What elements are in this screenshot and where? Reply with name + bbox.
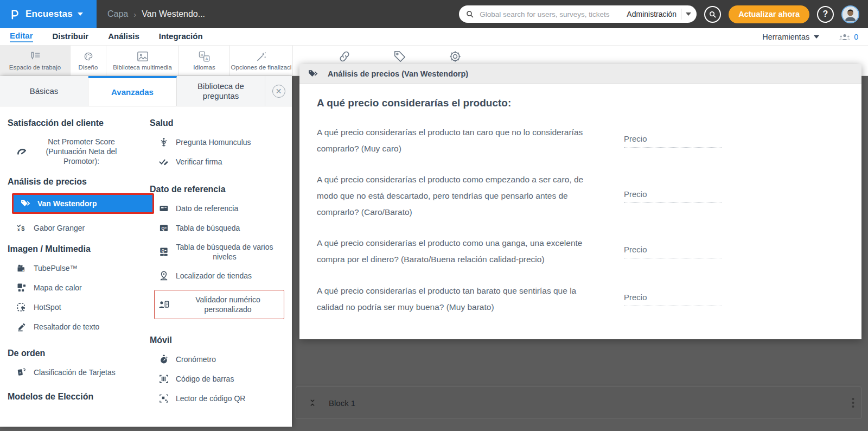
sidebar-item-validador-numerico[interactable]: Validador numérico personalizado (154, 290, 284, 319)
sidebar-item-dato-de-referencia[interactable]: Dato de referencia (158, 203, 292, 214)
tag-icon (20, 199, 31, 208)
product-name: Encuestas (25, 9, 73, 20)
sidebar-item-pregunta-homunculus[interactable]: Pregunta Homunculus (158, 137, 292, 148)
block-bar[interactable]: Block 1 (296, 386, 861, 419)
tag-icon (307, 69, 319, 79)
tab-avanzadas[interactable]: Avanzadas (88, 76, 177, 106)
tab-integracion[interactable]: Integración (159, 31, 203, 42)
sidebar-item-tubepulse[interactable]: ★ TubePulse™ (16, 263, 144, 274)
breadcrumb-current: Van Westendo... (142, 9, 205, 19)
collaborators-count: 0 (854, 33, 858, 41)
tag-icon[interactable] (393, 49, 407, 64)
search-input[interactable] (478, 10, 627, 19)
breadcrumb: Capa › Van Westendo... (107, 9, 205, 19)
question-text-muy-barato[interactable]: A qué precio considerarías el producto t… (317, 283, 591, 315)
block-name: Block 1 (329, 398, 355, 408)
translate-icon: жA (198, 51, 211, 62)
collaborators-button[interactable]: 0 (839, 33, 858, 41)
sidebar-item-clasificacion-tarjetas[interactable]: a Clasificación de Tarjetas (16, 367, 144, 378)
caduceus-icon (158, 137, 169, 148)
lookup-table-icon: Q (158, 223, 169, 233)
price-input-caro-barato[interactable] (624, 189, 722, 203)
question-row: A qué precio considerarías el producto t… (317, 283, 844, 315)
toolbar-tab-idiomas[interactable]: жA Idiomas (179, 46, 230, 75)
question-text-caro-barato[interactable]: A qué precio considerarías el producto c… (317, 172, 591, 220)
collapse-icon[interactable] (308, 397, 317, 408)
section-title: De orden (8, 348, 144, 358)
global-search[interactable]: Administración (459, 5, 697, 23)
palette-icon (82, 51, 94, 62)
sidebar-item-gabor-granger[interactable]: x$ Gabor Granger (16, 223, 144, 233)
price-check-icon: x$ (16, 223, 27, 233)
sidebar-item-tabla-busqueda-niveles[interactable]: Q Tabla de búsqueda de varios niveles (158, 242, 292, 262)
tab-biblioteca-preguntas[interactable]: Biblioteca de preguntas (177, 76, 265, 106)
breadcrumb-parent[interactable]: Capa (107, 9, 128, 19)
sidebar-item-lector-qr[interactable]: Lector de código QR (158, 393, 292, 404)
price-input-muy-caro[interactable] (624, 134, 722, 148)
signature-check-icon (158, 156, 169, 167)
svg-text:ж: ж (200, 52, 203, 57)
price-input-muy-barato[interactable] (624, 293, 722, 306)
toolbar-tab-opciones-finalizacion[interactable]: Opciones de finalizaci (230, 46, 293, 75)
top-header: Encuestas Capa › Van Westendo... Adminis… (0, 0, 868, 28)
wand-icon (256, 51, 267, 62)
search-icon (465, 10, 474, 18)
people-icon (839, 33, 851, 41)
section-title: Dato de referencia (150, 185, 292, 194)
section-title: Salud (150, 118, 292, 128)
user-avatar[interactable] (841, 5, 859, 23)
toolbar-tab-espacio-de-trabajo[interactable]: Espacio de trabajo (0, 46, 71, 75)
question-type-title: Análisis de precios (Van Westendorp) (328, 69, 468, 78)
close-sidebar-button[interactable]: ✕ (265, 76, 292, 106)
link-icon[interactable] (337, 49, 352, 64)
clapperboard-icon: ★ (16, 263, 27, 274)
tools-dropdown[interactable]: Herramientas (762, 33, 819, 41)
section-title: Satisfacción del cliente (8, 118, 144, 128)
update-now-button[interactable]: Actualizar ahora (729, 5, 809, 23)
sidebar-item-verificar-firma[interactable]: Verificar firma (158, 156, 292, 167)
question-row: A qué precio considerarías el producto c… (317, 235, 844, 268)
sidebar-tabs: Básicas Avanzadas Biblioteca de pregunta… (0, 76, 292, 106)
divider (296, 384, 861, 384)
sidebar-item-hotspot[interactable]: HotSpot (16, 302, 144, 313)
tab-distribuir[interactable]: Distribuir (53, 31, 89, 42)
toolbar-tab-biblioteca-multimedia[interactable]: Biblioteca multimedia (106, 46, 179, 75)
search-button[interactable] (704, 6, 721, 23)
question-text-muy-caro[interactable]: A qué precio considerarías el producto t… (317, 124, 591, 157)
sidebar-item-cronometro[interactable]: Cronómetro (158, 354, 292, 365)
sidebar-item-codigo-de-barras[interactable]: Código de barras (158, 373, 292, 384)
price-input-ganga[interactable] (624, 245, 722, 258)
sidebar-item-resaltador[interactable]: Resaltador de texto (16, 321, 144, 332)
stopwatch-icon (158, 354, 169, 365)
question-row: A qué precio considerarías el producto t… (317, 124, 844, 157)
header-actions: Administración Actualizar ahora ? (459, 0, 868, 28)
section-title: Móvil (150, 335, 292, 345)
tab-analisis[interactable]: Análisis (108, 31, 139, 42)
chevron-down-icon (78, 12, 83, 16)
sidebar-item-nps[interactable]: Net Promoter Score (Puntuación Neta del … (16, 137, 144, 166)
question-title[interactable]: A qué precio considerarías el producto: (317, 97, 844, 109)
sidebar-item-mapa-de-calor[interactable]: Mapa de calor (16, 282, 144, 293)
svg-text:Q: Q (162, 249, 164, 253)
toolbar-tab-diseno[interactable]: Diseño (71, 46, 106, 75)
sidebar-item-tabla-de-busqueda[interactable]: Q Tabla de búsqueda (158, 223, 292, 233)
sidebar-item-localizador-tiendas[interactable]: Localizador de tiendas (158, 270, 292, 281)
question-text-ganga[interactable]: A qué precio considerarías el producto c… (317, 235, 591, 268)
sidebar-item-van-westendorp[interactable]: Van Westendorp (12, 193, 154, 214)
kebab-menu-icon[interactable] (852, 397, 854, 408)
tab-editar[interactable]: Editar (10, 31, 33, 42)
reference-card-icon (158, 203, 169, 214)
highlighter-icon (16, 321, 27, 332)
search-scope-label: Administración (627, 10, 676, 18)
search-scope-dropdown[interactable]: Administración (627, 9, 691, 20)
sidebar-column-1: Satisfacción del cliente Net Promoter Sc… (0, 106, 144, 413)
gear-icon[interactable] (448, 49, 462, 64)
numeric-validator-icon (158, 299, 170, 310)
tab-basicas[interactable]: Básicas (0, 76, 88, 106)
svg-text:A: A (205, 56, 208, 61)
cards-icon: a (16, 367, 27, 378)
svg-text:★: ★ (22, 269, 24, 272)
product-switcher[interactable]: Encuestas (0, 0, 97, 28)
divider (681, 9, 681, 20)
help-button[interactable]: ? (817, 6, 834, 23)
